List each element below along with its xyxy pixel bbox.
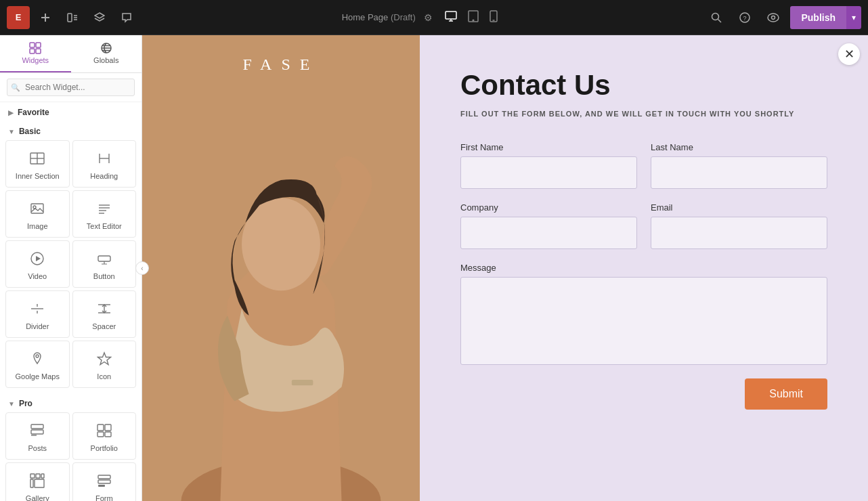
search-input[interactable] (7, 79, 135, 96)
collapse-sidebar-button[interactable]: ‹ (135, 261, 149, 275)
comments-button[interactable] (115, 6, 138, 29)
posts-label: Posts (28, 444, 47, 452)
svg-rect-53 (97, 432, 104, 437)
main-layout: Widgets Globals ▶ Favorite ▼ Basic (0, 35, 868, 501)
widget-text-editor[interactable]: Text Editor (72, 190, 137, 238)
elementor-logo-button[interactable]: E (7, 6, 30, 29)
contact-panel: Contact Us FILL OUT THE FORM BELOW, AND … (420, 35, 868, 501)
portfolio-icon (97, 423, 112, 440)
icon-widget-icon (97, 351, 112, 368)
svg-rect-62 (98, 485, 105, 487)
last-name-input[interactable] (651, 156, 827, 189)
search-button[interactable] (705, 6, 728, 29)
svg-rect-54 (105, 432, 111, 437)
section-header-basic[interactable]: ▼ Basic (0, 121, 142, 140)
name-row: First Name Last Name (460, 142, 827, 189)
first-name-input[interactable] (460, 156, 637, 189)
add-element-button[interactable] (34, 6, 57, 29)
button-label: Button (93, 272, 115, 280)
svg-rect-7 (446, 12, 456, 19)
tablet-device-button[interactable] (464, 7, 483, 28)
section-header-favorite[interactable]: ▶ Favorite (0, 102, 142, 121)
message-textarea[interactable] (460, 277, 827, 365)
video-label: Video (28, 272, 47, 280)
svg-rect-51 (97, 424, 104, 431)
svg-rect-52 (105, 424, 111, 431)
image-icon (30, 201, 45, 218)
widget-list: ▶ Favorite ▼ Basic Inner Section (0, 102, 142, 501)
panel-toggle-button[interactable] (61, 6, 84, 29)
basic-widget-grid: Inner Section Heading Image (0, 140, 142, 388)
svg-line-15 (718, 19, 722, 22)
page-settings-button[interactable]: ⚙ (424, 12, 433, 23)
svg-rect-60 (98, 475, 110, 479)
favorite-arrow: ▶ (8, 109, 14, 116)
brand-name-text: FASE (243, 56, 320, 73)
divider-label: Divider (26, 322, 49, 330)
widget-image[interactable]: Image (5, 190, 70, 238)
widget-google-maps[interactable]: Goolge Maps (5, 341, 70, 388)
svg-rect-61 (98, 480, 110, 483)
tab-widgets[interactable]: Widgets (0, 35, 71, 72)
widget-gallery[interactable]: Gallery (5, 462, 70, 501)
widget-divider[interactable]: Divider (5, 290, 70, 338)
widget-inner-section[interactable]: Inner Section (5, 140, 70, 188)
last-name-label: Last Name (651, 142, 827, 152)
gallery-icon (30, 473, 45, 490)
video-icon (30, 251, 45, 268)
section-header-pro[interactable]: ▼ Pro (0, 393, 142, 412)
mobile-device-button[interactable] (485, 7, 502, 28)
device-switcher (441, 7, 502, 28)
widget-heading[interactable]: Heading (72, 140, 137, 188)
pro-arrow: ▼ (8, 400, 15, 408)
svg-point-19 (772, 16, 775, 19)
text-editor-label: Text Editor (87, 222, 122, 230)
widget-posts[interactable]: Posts (5, 412, 70, 460)
svg-point-32 (33, 206, 36, 209)
widget-form[interactable]: Form (72, 462, 137, 501)
last-name-group: Last Name (651, 142, 827, 189)
close-button[interactable]: ✕ (838, 43, 860, 65)
tab-globals[interactable]: Globals (71, 35, 142, 72)
submit-button[interactable]: Submit (745, 378, 827, 410)
inner-section-label: Inner Section (16, 172, 60, 180)
company-group: Company (460, 202, 637, 249)
svg-rect-49 (31, 430, 43, 434)
text-editor-icon (97, 201, 112, 218)
svg-rect-56 (36, 474, 40, 478)
search-box (0, 73, 142, 102)
widget-icon[interactable]: Icon (72, 341, 137, 388)
widget-button[interactable]: Button (72, 240, 137, 288)
publish-button[interactable]: Publish (790, 6, 846, 29)
company-input[interactable] (460, 217, 637, 249)
help-button[interactable]: ? (733, 6, 756, 29)
layers-button[interactable] (88, 6, 111, 29)
svg-marker-47 (97, 353, 110, 365)
globals-tab-label: Globals (93, 56, 118, 64)
top-bar-right: ? Publish ▾ (705, 6, 861, 29)
email-input[interactable] (651, 217, 827, 249)
button-icon (97, 251, 112, 268)
company-label: Company (460, 202, 637, 213)
canvas-left-panel: FASE (142, 35, 420, 501)
widget-portfolio[interactable]: Portfolio (72, 412, 137, 460)
desktop-device-button[interactable] (441, 7, 461, 28)
publish-dropdown-button[interactable]: ▾ (846, 6, 861, 29)
google-maps-icon (30, 351, 45, 368)
svg-rect-55 (30, 474, 35, 478)
top-bar-left: E (7, 6, 138, 29)
widget-spacer[interactable]: Spacer (72, 290, 137, 338)
top-bar: E Home Page (Draft) ⚙ (0, 0, 868, 35)
basic-arrow: ▼ (8, 128, 15, 135)
preview-button[interactable] (762, 6, 785, 29)
svg-text:?: ? (743, 15, 747, 22)
basic-label: Basic (19, 127, 41, 136)
inner-section-icon (30, 151, 45, 168)
portfolio-label: Portfolio (91, 444, 118, 452)
svg-rect-48 (31, 424, 43, 429)
heading-icon (97, 151, 112, 168)
svg-rect-39 (98, 256, 110, 261)
widget-video[interactable]: Video (5, 240, 70, 288)
contact-subtitle: FILL OUT THE FORM BELOW, AND WE WILL GET… (460, 110, 827, 118)
sidebar-tabs: Widgets Globals (0, 35, 142, 73)
